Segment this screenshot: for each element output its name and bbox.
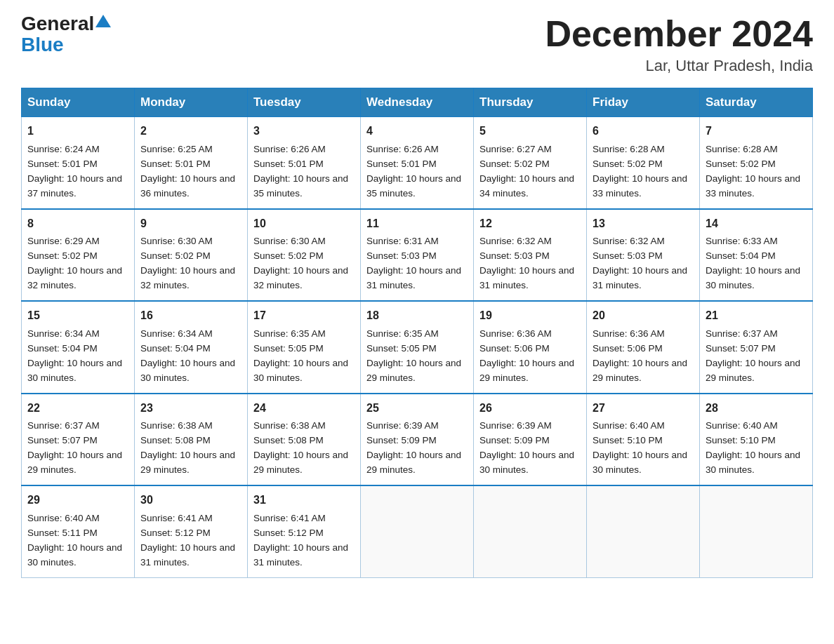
day-number: 8 — [27, 215, 128, 233]
day-number: 14 — [706, 215, 807, 233]
day-number: 4 — [366, 123, 468, 140]
header-thursday: Thursday — [474, 88, 587, 117]
day-number: 10 — [253, 215, 355, 233]
day-number: 12 — [479, 215, 581, 233]
title-block: December 2024 Lar, Uttar Pradesh, India — [545, 14, 813, 75]
header-monday: Monday — [135, 88, 248, 117]
calendar-cell: 8Sunrise: 6:29 AMSunset: 5:02 PMDaylight… — [22, 209, 135, 301]
day-number: 15 — [27, 307, 128, 325]
week-row-2: 8Sunrise: 6:29 AMSunset: 5:02 PMDaylight… — [22, 209, 813, 301]
header-wednesday: Wednesday — [361, 88, 474, 117]
day-number: 21 — [706, 307, 807, 325]
day-number: 18 — [366, 307, 468, 325]
calendar-cell: 29Sunrise: 6:40 AMSunset: 5:11 PMDayligh… — [22, 485, 135, 577]
day-number: 13 — [593, 215, 694, 233]
calendar-cell: 24Sunrise: 6:38 AMSunset: 5:08 PMDayligh… — [248, 394, 361, 485]
calendar-cell: 1Sunrise: 6:24 AMSunset: 5:01 PMDaylight… — [22, 117, 135, 209]
day-number: 19 — [479, 307, 581, 325]
day-number: 25 — [366, 400, 468, 417]
day-number: 20 — [593, 307, 694, 325]
day-number: 2 — [140, 123, 241, 140]
calendar-cell — [361, 485, 474, 577]
logo: General Blue — [21, 14, 111, 56]
week-row-1: 1Sunrise: 6:24 AMSunset: 5:01 PMDaylight… — [22, 117, 813, 209]
day-number: 24 — [253, 400, 355, 417]
day-number: 9 — [140, 215, 241, 233]
calendar-cell: 17Sunrise: 6:35 AMSunset: 5:05 PMDayligh… — [248, 301, 361, 393]
header-friday: Friday — [587, 88, 700, 117]
calendar-cell: 7Sunrise: 6:28 AMSunset: 5:02 PMDaylight… — [700, 117, 813, 209]
calendar-table: SundayMondayTuesdayWednesdayThursdayFrid… — [21, 88, 813, 577]
logo-blue: Blue — [21, 34, 64, 56]
location: Lar, Uttar Pradesh, India — [545, 57, 813, 75]
header-saturday: Saturday — [700, 88, 813, 117]
week-row-5: 29Sunrise: 6:40 AMSunset: 5:11 PMDayligh… — [22, 485, 813, 577]
calendar-cell — [700, 485, 813, 577]
month-title: December 2024 — [545, 14, 813, 54]
day-number: 5 — [479, 123, 581, 140]
calendar-cell: 13Sunrise: 6:32 AMSunset: 5:03 PMDayligh… — [587, 209, 700, 301]
calendar-cell: 11Sunrise: 6:31 AMSunset: 5:03 PMDayligh… — [361, 209, 474, 301]
calendar-cell: 20Sunrise: 6:36 AMSunset: 5:06 PMDayligh… — [587, 301, 700, 393]
day-number: 29 — [27, 492, 128, 509]
day-number: 16 — [140, 307, 241, 325]
calendar-cell: 15Sunrise: 6:34 AMSunset: 5:04 PMDayligh… — [22, 301, 135, 393]
calendar-cell: 9Sunrise: 6:30 AMSunset: 5:02 PMDaylight… — [135, 209, 248, 301]
calendar-cell: 12Sunrise: 6:32 AMSunset: 5:03 PMDayligh… — [474, 209, 587, 301]
calendar-cell: 19Sunrise: 6:36 AMSunset: 5:06 PMDayligh… — [474, 301, 587, 393]
calendar-cell: 25Sunrise: 6:39 AMSunset: 5:09 PMDayligh… — [361, 394, 474, 485]
calendar-cell: 5Sunrise: 6:27 AMSunset: 5:02 PMDaylight… — [474, 117, 587, 209]
calendar-cell: 3Sunrise: 6:26 AMSunset: 5:01 PMDaylight… — [248, 117, 361, 209]
day-number: 31 — [253, 492, 355, 509]
days-header-row: SundayMondayTuesdayWednesdayThursdayFrid… — [22, 88, 813, 117]
header-tuesday: Tuesday — [248, 88, 361, 117]
calendar-cell: 22Sunrise: 6:37 AMSunset: 5:07 PMDayligh… — [22, 394, 135, 485]
logo-triangle-icon — [95, 15, 111, 27]
header-sunday: Sunday — [22, 88, 135, 117]
calendar-cell: 14Sunrise: 6:33 AMSunset: 5:04 PMDayligh… — [700, 209, 813, 301]
day-number: 11 — [366, 215, 468, 233]
day-number: 30 — [140, 492, 241, 509]
calendar-cell: 21Sunrise: 6:37 AMSunset: 5:07 PMDayligh… — [700, 301, 813, 393]
calendar-cell: 31Sunrise: 6:41 AMSunset: 5:12 PMDayligh… — [248, 485, 361, 577]
calendar-cell: 26Sunrise: 6:39 AMSunset: 5:09 PMDayligh… — [474, 394, 587, 485]
calendar-cell: 23Sunrise: 6:38 AMSunset: 5:08 PMDayligh… — [135, 394, 248, 485]
calendar-cell: 6Sunrise: 6:28 AMSunset: 5:02 PMDaylight… — [587, 117, 700, 209]
day-number: 26 — [479, 400, 581, 417]
svg-marker-0 — [95, 15, 111, 27]
calendar-cell: 16Sunrise: 6:34 AMSunset: 5:04 PMDayligh… — [135, 301, 248, 393]
calendar-cell: 30Sunrise: 6:41 AMSunset: 5:12 PMDayligh… — [135, 485, 248, 577]
day-number: 17 — [253, 307, 355, 325]
calendar-cell: 18Sunrise: 6:35 AMSunset: 5:05 PMDayligh… — [361, 301, 474, 393]
calendar-cell: 4Sunrise: 6:26 AMSunset: 5:01 PMDaylight… — [361, 117, 474, 209]
calendar-cell: 10Sunrise: 6:30 AMSunset: 5:02 PMDayligh… — [248, 209, 361, 301]
calendar-cell: 27Sunrise: 6:40 AMSunset: 5:10 PMDayligh… — [587, 394, 700, 485]
day-number: 28 — [706, 400, 807, 417]
day-number: 6 — [593, 123, 694, 140]
day-number: 3 — [253, 123, 355, 140]
day-number: 7 — [706, 123, 807, 140]
calendar-cell — [474, 485, 587, 577]
page-header: General Blue December 2024 Lar, Uttar Pr… — [21, 14, 813, 75]
day-number: 22 — [27, 400, 128, 417]
week-row-4: 22Sunrise: 6:37 AMSunset: 5:07 PMDayligh… — [22, 394, 813, 485]
day-number: 27 — [593, 400, 694, 417]
calendar-cell — [587, 485, 700, 577]
calendar-cell: 28Sunrise: 6:40 AMSunset: 5:10 PMDayligh… — [700, 394, 813, 485]
logo-general: General — [21, 14, 94, 34]
week-row-3: 15Sunrise: 6:34 AMSunset: 5:04 PMDayligh… — [22, 301, 813, 393]
calendar-cell: 2Sunrise: 6:25 AMSunset: 5:01 PMDaylight… — [135, 117, 248, 209]
day-number: 1 — [27, 123, 128, 140]
day-number: 23 — [140, 400, 241, 417]
